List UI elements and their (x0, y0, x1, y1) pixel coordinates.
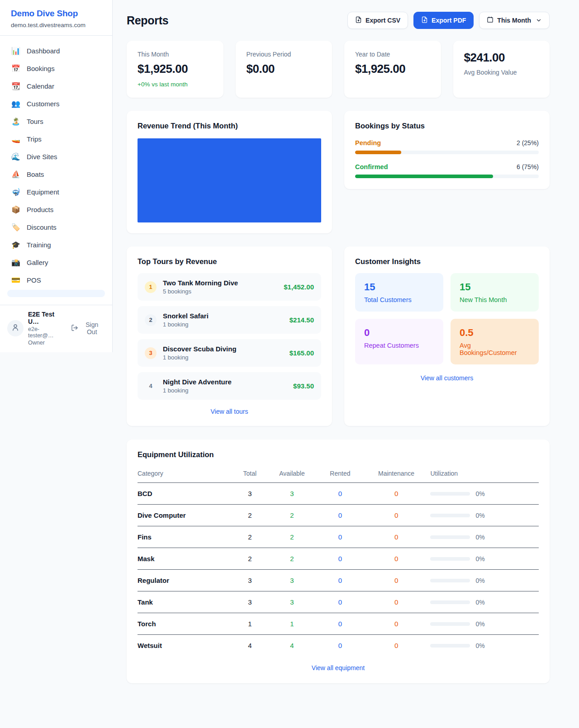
equip-available: 2 (266, 505, 318, 526)
tour-amount: $214.50 (290, 316, 314, 324)
column-header-total: Total (234, 463, 266, 483)
utilization-track (430, 644, 470, 648)
sidebar-item-discounts[interactable]: 🏷️ Discounts (4, 218, 109, 236)
main-content: Reports Export CSV Export PDF This Month (113, 0, 579, 701)
stat-value: $241.00 (464, 51, 539, 65)
sidebar-item-boats[interactable]: ⛵ Boats (4, 165, 109, 183)
export-pdf-label: Export PDF (432, 17, 466, 24)
equip-total: 4 (234, 635, 266, 657)
shop-name[interactable]: Demo Dive Shop (11, 9, 101, 19)
sidebar-header: Demo Dive Shop demo.test.divestreams.com (0, 0, 112, 36)
top-tours-title: Top Tours by Revenue (138, 257, 321, 266)
tour-name: Two Tank Morning Dive (163, 279, 238, 287)
utilization-track (430, 514, 470, 517)
insight-tile: 0 Repeat Customers (355, 319, 443, 364)
equip-rented: 0 (318, 505, 362, 526)
sidebar-item-label: Products (27, 206, 53, 213)
equip-total: 3 (234, 570, 266, 591)
sidebar-item-training[interactable]: 🎓 Training (4, 236, 109, 254)
export-file-icon (421, 16, 428, 24)
utilization-track (430, 579, 470, 582)
equip-maintenance: 0 (362, 483, 431, 505)
sidebar-item-label: Equipment (27, 188, 59, 196)
sidebar-item-label: Boats (27, 170, 44, 178)
tour-list: 1 Two Tank Morning Dive 5 bookings $1,45… (138, 273, 321, 400)
user-email: e2e-tester@… (28, 326, 65, 339)
equip-category: Fins (138, 526, 234, 548)
sidebar-item-label: Tours (27, 118, 43, 125)
sidebar-item-active-partial[interactable] (7, 290, 105, 297)
rank-badge: 3 (145, 347, 157, 359)
customers-icon: 👥 (11, 99, 21, 108)
sidebar-item-gallery[interactable]: 📸 Gallery (4, 254, 109, 271)
sidebar-item-bookings[interactable]: 📅 Bookings (4, 60, 109, 77)
equip-utilization: 0% (430, 505, 539, 526)
equip-total: 2 (234, 505, 266, 526)
view-all-tours-link[interactable]: View all tours (138, 408, 321, 415)
equip-total: 2 (234, 548, 266, 570)
export-csv-button[interactable]: Export CSV (347, 12, 408, 29)
equipment-icon: 🤿 (11, 188, 21, 196)
user-box: E2E Test U… e2e-tester@… Owner Sign Out (0, 305, 112, 352)
utilization-track (430, 622, 470, 626)
sidebar-item-trips[interactable]: 🚤 Trips (4, 130, 109, 148)
sidebar-item-products[interactable]: 📦 Products (4, 201, 109, 218)
sidebar-item-pos[interactable]: 💳 POS (4, 271, 109, 289)
stat-delta: +0% vs last month (138, 81, 213, 88)
insight-value: 15 (460, 281, 530, 293)
equip-maintenance: 0 (362, 591, 431, 613)
equip-category: BCD (138, 483, 234, 505)
sidebar: Demo Dive Shop demo.test.divestreams.com… (0, 0, 113, 352)
period-label: This Month (497, 17, 531, 24)
sidebar-item-label: Discounts (27, 223, 57, 231)
user-meta: E2E Test U… e2e-tester@… Owner (28, 311, 65, 346)
equip-total: 2 (234, 526, 266, 548)
table-row: Dive Computer 2 2 0 0 0% (138, 505, 539, 526)
equip-maintenance: 0 (362, 526, 431, 548)
equip-rented: 0 (318, 483, 362, 505)
status-label: Confirmed (355, 163, 388, 170)
sign-out-button[interactable]: Sign Out (69, 319, 105, 337)
table-row: Wetsuit 4 4 0 0 0% (138, 635, 539, 657)
column-header-category: Category (138, 463, 234, 483)
status-progress-track (355, 151, 539, 154)
period-select-button[interactable]: This Month (479, 12, 550, 29)
insight-grid: 15 Total Customers 15 New This Month 0 R… (355, 273, 539, 364)
sidebar-item-customers[interactable]: 👥 Customers (4, 95, 109, 113)
status-progress-fill (355, 151, 401, 154)
sidebar-item-label: Training (27, 241, 51, 249)
tours-icon: 🏝️ (11, 117, 21, 126)
tour-amount: $1,452.00 (284, 283, 314, 291)
column-header-utilization: Utilization (430, 463, 539, 483)
equipment-title: Equipment Utilization (138, 450, 539, 459)
dive-sites-icon: 🌊 (11, 152, 21, 161)
equip-rented: 0 (318, 613, 362, 635)
top-tours-card: Top Tours by Revenue 1 Two Tank Morning … (127, 246, 332, 426)
view-all-customers-link[interactable]: View all customers (355, 374, 539, 382)
insight-tile: 15 New This Month (451, 273, 539, 312)
view-all-equipment-link[interactable]: View all equipment (138, 664, 539, 671)
customer-insights-card: Customer Insights 15 Total Customers 15 … (344, 246, 550, 426)
user-role: Owner (28, 340, 65, 346)
chevron-down-icon (536, 17, 542, 24)
sign-out-icon (71, 324, 78, 333)
sidebar-item-tours[interactable]: 🏝️ Tours (4, 113, 109, 130)
tour-row: 4 Night Dive Adventure 1 booking $93.50 (138, 372, 321, 400)
stat-label: Avg Booking Value (464, 69, 539, 76)
sidebar-item-dive-sites[interactable]: 🌊 Dive Sites (4, 148, 109, 165)
status-label: Pending (355, 139, 381, 147)
insight-tile: 0.5 Avg Bookings/Customer (451, 319, 539, 364)
equip-available: 1 (266, 613, 318, 635)
charts-row: Revenue Trend (This Month) Bookings by S… (127, 111, 550, 233)
sidebar-item-calendar[interactable]: 📆 Calendar (4, 77, 109, 95)
equip-available: 3 (266, 483, 318, 505)
export-pdf-button[interactable]: Export PDF (413, 12, 474, 29)
utilization-label: 0% (475, 512, 484, 519)
header-actions: Export CSV Export PDF This Month (347, 12, 550, 29)
sidebar-item-equipment[interactable]: 🤿 Equipment (4, 183, 109, 201)
equip-utilization: 0% (430, 548, 539, 570)
stat-card-avg-booking-value: $241.00 Avg Booking Value (453, 41, 550, 98)
insight-value: 0.5 (460, 327, 530, 339)
sidebar-item-dashboard[interactable]: 📊 Dashboard (4, 42, 109, 60)
equipment-utilization-card: Equipment Utilization Category Total Ava… (127, 440, 550, 683)
